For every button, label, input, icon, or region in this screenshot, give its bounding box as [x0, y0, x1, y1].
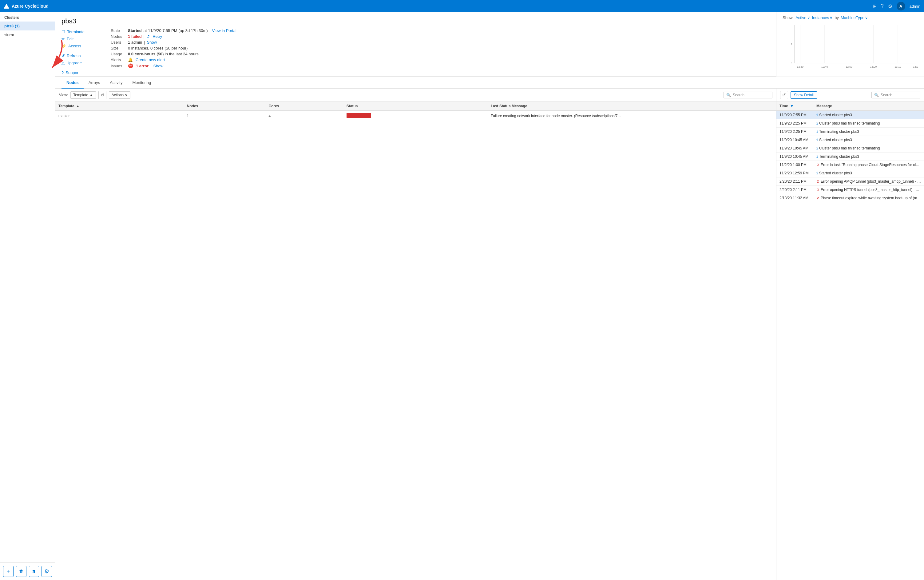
cell-nodes: 1 [184, 111, 266, 121]
activity-search-input[interactable] [881, 93, 917, 97]
tab-arrays[interactable]: Arrays [84, 77, 105, 89]
list-item[interactable]: 11/9/20 2:25 PM ℹTerminating cluster pbs… [776, 128, 924, 136]
list-item[interactable]: 11/9/20 10:45 AM ℹTerminating cluster pb… [776, 153, 924, 161]
refresh-action[interactable]: ↺ Refresh [61, 52, 102, 59]
edit-action[interactable]: ✏ Edit [61, 35, 102, 43]
col-message: Message [813, 102, 924, 111]
instances-dropdown[interactable]: Instances ∨ [812, 15, 833, 20]
issues-label: Issues [111, 64, 126, 68]
cluster-settings-button[interactable]: ⚙ [41, 566, 52, 577]
list-item[interactable]: 11/9/20 10:45 AM ℹCluster pbs3 has finis… [776, 144, 924, 153]
sidebar-item-slurm[interactable]: slurm [0, 30, 55, 40]
list-item[interactable]: 11/2/20 12:59 PM ℹStarted cluster pbs3 [776, 169, 924, 178]
settings-icon[interactable]: ⚙ [888, 3, 892, 9]
svg-text:13:00: 13:00 [870, 65, 877, 68]
sidebar-bottom-buttons: + ⚙ [0, 562, 55, 580]
usage-value: 0.0 core-hours ($0) in the last 24 hours [128, 52, 199, 56]
nodes-search-input[interactable] [733, 93, 770, 97]
activity-time: 11/2/20 1:00 PM [776, 161, 813, 169]
template-label: Template [73, 93, 88, 97]
col-last-status: Last Status Message [488, 102, 776, 111]
activity-panel-header: ↺ Show Detail 🔍 [776, 89, 924, 102]
sidebar-item-pbs3[interactable]: pbs3 (1) [0, 21, 55, 30]
avatar[interactable]: A [897, 2, 905, 10]
activity-message: ⊘Error in task "Running phase Cloud.Stag… [813, 161, 924, 169]
actions-label: Actions [112, 93, 124, 97]
show-issues-link[interactable]: Show [153, 64, 163, 68]
sidebar-section-title: Clusters [0, 12, 55, 21]
tab-activity[interactable]: Activity [105, 77, 127, 89]
retry-link[interactable]: Retry [153, 34, 162, 39]
activity-time: 11/9/20 10:45 AM [776, 144, 813, 153]
support-action[interactable]: ? Support [61, 69, 102, 76]
activity-time: 11/9/20 10:45 AM [776, 136, 813, 144]
content-panes: View: Template ▲ ↺ Actions ∨ 🔍 [55, 89, 924, 580]
list-item[interactable]: 2/20/20 2:11 PM ⊘Error opening HTTPS tun… [776, 186, 924, 194]
edit-label: Edit [67, 36, 74, 41]
add-cluster-button[interactable]: + [3, 566, 13, 577]
svg-text:1: 1 [791, 43, 792, 46]
terminate-action[interactable]: ☐ Terminate [61, 28, 102, 35]
machine-type-dropdown[interactable]: MachineType ∨ [841, 15, 868, 20]
cell-status [343, 111, 488, 121]
show-detail-button[interactable]: Show Detail [791, 91, 817, 99]
info-icon: ℹ [816, 130, 818, 134]
activity-time: 11/9/20 2:25 PM [776, 119, 813, 128]
sort-arrow-icon: ▲ [76, 104, 80, 108]
col-cores: Cores [265, 102, 343, 111]
active-dropdown[interactable]: Active ∨ [796, 15, 810, 20]
tab-nodes[interactable]: Nodes [61, 77, 84, 89]
nodes-table: Template ▲ Nodes Cores Sta [55, 102, 776, 121]
refresh-nodes-button[interactable]: ↺ [99, 91, 106, 99]
table-row[interactable]: master 1 4 Failure creating network inte… [55, 111, 776, 121]
activity-time: 2/13/20 11:32 AM [776, 194, 813, 203]
cell-cores: 4 [265, 111, 343, 121]
view-label: View: [59, 93, 68, 97]
alerts-row: Alerts 🔔 Create new alert [111, 58, 770, 62]
search-icon: 🔍 [726, 93, 731, 97]
error-icon: ⊘ [816, 196, 819, 200]
cluster-header-top: ☐ Terminate ✏ Edit ⚡ Access [61, 28, 770, 76]
create-alert-link[interactable]: Create new alert [136, 58, 165, 62]
copy-cluster-button[interactable] [29, 566, 40, 577]
activity-message: ℹTerminating cluster pbs3 [813, 153, 924, 161]
chevron-down-icon: ∨ [807, 15, 810, 20]
view-in-portal-link[interactable]: View in Portal [212, 28, 236, 33]
list-item[interactable]: 11/9/20 10:45 AM ℹStarted cluster pbs3 [776, 136, 924, 144]
info-icon: ℹ [816, 154, 818, 159]
access-icon: ⚡ [61, 44, 66, 48]
main-layout: Clusters pbs3 (1) slurm + [0, 12, 924, 580]
info-icon: ℹ [816, 171, 818, 175]
access-action[interactable]: ⚡ Access [61, 43, 102, 49]
list-item[interactable]: 11/9/20 2:25 PM ℹCluster pbs3 has finish… [776, 119, 924, 128]
activity-message: ℹStarted cluster pbs3 [813, 111, 924, 119]
tab-monitoring[interactable]: Monitoring [127, 77, 156, 89]
list-item[interactable]: 2/13/20 11:32 AM ⊘Phase timeout expired … [776, 194, 924, 203]
show-users-link[interactable]: Show [147, 40, 157, 44]
delete-cluster-button[interactable] [16, 566, 26, 577]
help-icon[interactable]: ? [881, 3, 884, 9]
upgrade-action[interactable]: △ Upgrade [61, 59, 102, 66]
activity-header-row: Time ▼ Message [776, 102, 924, 111]
list-item[interactable]: 11/2/20 1:00 PM ⊘Error in task "Running … [776, 161, 924, 169]
list-item[interactable]: 2/20/20 2:11 PM ⊘Error opening AMQP tunn… [776, 178, 924, 186]
col-template: Template ▲ [55, 102, 184, 111]
actions-dropdown[interactable]: Actions ∨ [109, 91, 130, 99]
chart-container: Show: Active ∨ Instances ∨ by MachineTyp… [776, 12, 924, 77]
state-label: State [111, 28, 126, 33]
monitor-icon[interactable]: ⊞ [873, 3, 877, 9]
chevron-down-icon5: ∨ [125, 93, 128, 97]
edit-icon: ✏ [61, 36, 65, 41]
support-label: Support [66, 71, 80, 75]
cell-template: master [55, 111, 184, 121]
refresh-activity-button[interactable]: ↺ [780, 91, 788, 99]
cluster-header: pbs3 ☐ Terminate ✏ Edit [55, 12, 776, 77]
bell-icon: 🔔 [128, 58, 133, 62]
support-icon: ? [61, 71, 64, 75]
template-dropdown[interactable]: Template ▲ [71, 91, 96, 99]
upgrade-label: Upgrade [66, 61, 82, 65]
error-icon: ⊘ [816, 188, 819, 192]
list-item[interactable]: 11/9/20 7:55 PM ℹStarted cluster pbs3 [776, 111, 924, 119]
svg-text:12:50: 12:50 [846, 65, 852, 68]
issues-row: Issues ⛔ 1 error | Show [111, 63, 770, 68]
